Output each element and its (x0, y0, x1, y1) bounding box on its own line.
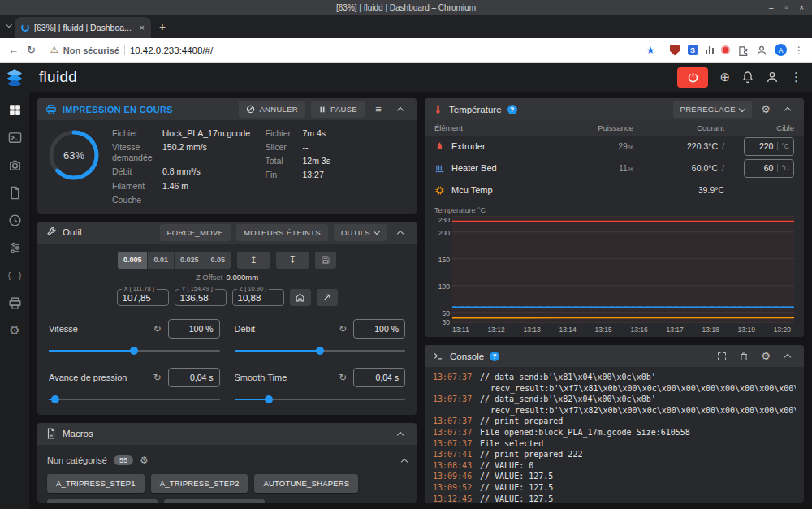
sidebar-item-console[interactable] (6, 129, 23, 145)
app-menu-icon[interactable]: ⋮ (790, 70, 802, 84)
heater-name[interactable]: Heater Bed (434, 163, 577, 174)
axis-position-input[interactable]: X [ 111.78 ]107,85 (117, 289, 169, 306)
close-icon[interactable]: × (799, 3, 804, 12)
stats-extension-icon[interactable] (706, 45, 715, 54)
slider-value-input[interactable]: 100 % (353, 319, 405, 339)
axis-position-input[interactable]: Z [ 10.90 ]10,88 (232, 289, 284, 306)
collapse-category-icon[interactable] (402, 453, 407, 468)
slider[interactable] (49, 394, 220, 405)
slider-thumb[interactable] (51, 395, 59, 403)
macro-button[interactable]: BOX_INFO_REFRESH (164, 499, 265, 503)
heater-target-cell: 220°C (731, 137, 794, 156)
z-step-button[interactable]: 0.005 (118, 252, 149, 269)
extensions-puzzle-icon[interactable] (737, 45, 749, 56)
record-icon[interactable] (721, 45, 730, 54)
expand-console-icon[interactable] (714, 348, 730, 364)
sidebar-item-tune[interactable] (6, 239, 23, 256)
macro-button[interactable]: BOX_CHECK_MATERIAL (47, 499, 158, 503)
slider-thumb[interactable] (316, 347, 324, 355)
heater-target-input[interactable]: 220°C (744, 137, 794, 156)
motors-off-button[interactable]: MOTEURS ÉTEINTS (236, 224, 328, 241)
sidebar-item-history[interactable] (6, 212, 23, 228)
security-label[interactable]: Non sécurisé (63, 45, 119, 55)
sidebar-item-configuration[interactable] (6, 295, 23, 311)
heater-target-input[interactable]: 60°C (744, 159, 794, 178)
console-settings-gear-icon[interactable]: ⚙ (758, 348, 774, 364)
heater-name[interactable]: Mcu Temp (434, 185, 577, 196)
macro-button[interactable]: A_TRIPRESS_STEP1 (47, 474, 145, 493)
z-offset-up-button[interactable]: ↥ (237, 252, 270, 269)
collapse-panel-icon[interactable] (780, 101, 796, 118)
clear-console-trash-icon[interactable] (736, 348, 752, 364)
slider-thumb[interactable] (265, 395, 273, 403)
s-extension-icon[interactable]: S (688, 45, 698, 55)
sidebar-item-jobs[interactable] (6, 184, 23, 201)
reset-icon[interactable]: ↻ (339, 372, 347, 383)
reset-icon[interactable]: ↻ (153, 372, 161, 383)
stat-value: 0.8 mm³/s (162, 166, 201, 177)
fluidd-logo[interactable] (0, 63, 29, 92)
z-step-button[interactable]: 0.01 (148, 252, 175, 269)
slider[interactable] (235, 394, 406, 405)
avatar[interactable]: A (775, 44, 787, 56)
force-move-button[interactable]: FORCE_MOVE (160, 224, 231, 241)
notifications-bell-icon[interactable] (741, 71, 754, 84)
print-stat-row: Vitesse demandée150.2 mm/s (112, 142, 254, 163)
updates-icon[interactable]: ⊕ (719, 70, 730, 84)
browser-menu-icon[interactable]: ⋮ (794, 45, 804, 56)
slider[interactable] (235, 345, 406, 356)
sidebar-item-macros[interactable]: {…} (6, 267, 23, 283)
emergency-stop-button[interactable] (677, 67, 708, 88)
tab-search-icon[interactable] (6, 17, 11, 32)
collapse-panel-icon[interactable] (392, 224, 408, 240)
chart-plot-area[interactable] (452, 216, 794, 323)
home-button[interactable] (290, 289, 311, 306)
move-button[interactable] (317, 289, 338, 306)
slider-value-input[interactable]: 100 % (168, 319, 220, 339)
z-step-button[interactable]: 0.025 (175, 252, 205, 269)
help-icon[interactable]: ? (490, 352, 499, 361)
reset-icon[interactable]: ↻ (339, 323, 347, 334)
user-icon[interactable] (766, 71, 779, 84)
status-options-icon[interactable]: ≡ (370, 101, 387, 118)
sidebar-item-settings[interactable]: ⚙ (6, 322, 23, 339)
bookmark-star-icon[interactable]: ★ (646, 45, 655, 56)
slider[interactable] (49, 345, 220, 356)
app-title[interactable]: fluidd (39, 68, 77, 86)
tools-dropdown-button[interactable]: OUTILS (334, 224, 387, 241)
sidebar-item-dashboard[interactable] (6, 101, 23, 118)
adblock-shield-icon[interactable] (670, 45, 680, 56)
browser-tab[interactable]: [63%] | fluidd | Dashboa... × (15, 17, 151, 38)
collapse-panel-icon[interactable] (780, 348, 796, 364)
sidebar-item-camera[interactable] (6, 157, 23, 173)
profile-icon[interactable] (756, 45, 767, 56)
slider-thumb[interactable] (130, 347, 138, 355)
maximize-icon[interactable]: ▫ (785, 3, 788, 12)
cancel-print-button[interactable]: ANNULER (239, 101, 305, 118)
temperature-settings-gear-icon[interactable]: ⚙ (758, 101, 774, 118)
collapse-panel-icon[interactable] (392, 101, 408, 118)
address-bar[interactable]: ⚠ Non sécurisé 10.42.0.233:4408/#/ ★ (44, 41, 662, 59)
macro-settings-gear-icon[interactable]: ⚙ (140, 455, 149, 466)
reload-icon[interactable]: ↻ (27, 44, 36, 56)
macro-button[interactable]: A_TRIPRESS_STEP2 (151, 474, 248, 493)
save-z-offset-button[interactable] (315, 252, 336, 269)
heater-name[interactable]: Extruder (434, 141, 577, 152)
pause-print-button[interactable]: PAUSE (311, 101, 365, 118)
minimize-icon[interactable]: – (769, 3, 774, 12)
back-icon[interactable]: ← (8, 44, 19, 56)
z-step-button[interactable]: 0.05 (205, 252, 231, 269)
url-text[interactable]: 10.42.0.233:4408/#/ (130, 45, 213, 55)
collapse-panel-icon[interactable] (392, 425, 408, 442)
slider-value-input[interactable]: 0,04 s (353, 368, 405, 387)
new-tab-button[interactable]: + (159, 20, 166, 33)
help-icon[interactable]: ? (508, 105, 517, 114)
tab-close-icon[interactable]: × (140, 23, 145, 32)
macro-button[interactable]: AUTOTUNE_SHAPERS (254, 474, 358, 493)
slider-value-input[interactable]: 0,04 s (168, 368, 220, 387)
console-log[interactable]: 13:07:37// data_send:b'\x81\x04\x00\x0c\… (425, 367, 804, 503)
preset-dropdown-button[interactable]: PRÉRÉGLAGE (673, 101, 752, 118)
axis-position-input[interactable]: Y [ 154.49 ]136,58 (175, 289, 227, 306)
reset-icon[interactable]: ↻ (153, 323, 161, 334)
z-offset-down-button[interactable]: ↧ (276, 252, 309, 269)
